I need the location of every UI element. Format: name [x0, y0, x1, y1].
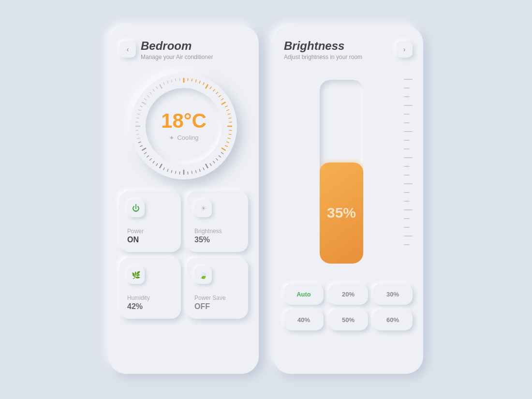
svg-line-48 [142, 148, 146, 150]
svg-line-13 [225, 105, 227, 107]
tick-12 [404, 175, 410, 176]
svg-line-63 [149, 92, 151, 94]
svg-line-21 [228, 138, 231, 139]
svg-line-47 [144, 152, 147, 153]
svg-line-32 [199, 169, 200, 172]
svg-line-10 [219, 95, 221, 97]
svg-line-56 [136, 118, 139, 118]
humidity-label: Humidity [127, 295, 150, 301]
tick-19 [404, 236, 413, 236]
preset-50[interactable]: 50% [328, 310, 368, 330]
svg-line-12 [222, 102, 226, 104]
svg-line-16 [229, 118, 232, 118]
preset-30[interactable]: 30% [373, 284, 413, 305]
svg-line-57 [137, 114, 140, 115]
preset-auto[interactable]: Auto [284, 284, 324, 305]
svg-line-31 [203, 167, 205, 170]
svg-line-44 [153, 161, 155, 163]
power-label: Power [127, 228, 144, 235]
tick-13 [404, 183, 413, 184]
humidity-value: 42% [127, 302, 143, 311]
svg-line-67 [163, 82, 165, 85]
slider-thumb[interactable]: 35% [320, 163, 363, 264]
svg-line-7 [210, 87, 211, 89]
preset-60[interactable]: 60% [373, 310, 413, 330]
svg-line-22 [226, 142, 229, 143]
svg-line-37 [179, 171, 180, 174]
mode-display: ✦ Cooling [169, 134, 198, 142]
right-panel-header: Brightness Adjust brightness in your roo… [284, 39, 413, 60]
svg-line-3 [195, 79, 196, 82]
svg-line-27 [216, 158, 218, 160]
svg-line-24 [222, 148, 226, 150]
svg-line-52 [136, 134, 139, 134]
svg-line-14 [226, 109, 229, 110]
brightness-card[interactable]: ☀ Brightness 35% [187, 191, 248, 252]
tick-11 [404, 166, 410, 167]
preset-40[interactable]: 40% [284, 310, 324, 330]
tick-2 [404, 88, 410, 89]
left-panel-header: ‹ Bedroom Manage your Air conditioner [119, 39, 248, 60]
powersave-value: OFF [194, 302, 210, 311]
page-title: Bedroom [141, 39, 248, 53]
tick-18 [404, 227, 410, 228]
brightness-icon-wrap: ☀ [194, 200, 212, 217]
tick-14 [404, 192, 410, 193]
svg-line-9 [216, 92, 218, 94]
tick-7 [404, 131, 413, 132]
page-subtitle: Manage your Air conditioner [141, 54, 248, 60]
power-value: ON [127, 236, 139, 244]
next-button[interactable]: › [396, 41, 413, 58]
svg-line-29 [210, 163, 211, 166]
svg-line-19 [229, 130, 232, 131]
svg-line-5 [203, 82, 205, 85]
dial-outer: // We'll do this with inline SVG path el… [131, 73, 237, 179]
svg-line-39 [171, 170, 172, 173]
svg-line-40 [167, 169, 168, 172]
tick-16 [404, 209, 413, 210]
preset-20[interactable]: 20% [328, 284, 368, 305]
svg-line-1 [188, 78, 188, 81]
power-card[interactable]: ⏻ Power ON [119, 191, 181, 252]
right-panel: Brightness Adjust brightness in your roo… [273, 26, 423, 374]
svg-line-50 [138, 142, 141, 143]
powersave-card[interactable]: 🍃 Power Save OFF [187, 258, 248, 319]
humidity-card[interactable]: 🌿 Humidity 42% [119, 258, 181, 319]
svg-line-53 [135, 130, 138, 131]
svg-line-4 [199, 81, 200, 84]
svg-line-71 [179, 78, 180, 81]
humidity-icon: 🌿 [132, 271, 141, 280]
svg-line-20 [229, 134, 232, 134]
svg-line-35 [188, 171, 188, 174]
dial-inner: 18°C ✦ Cooling [146, 88, 222, 164]
svg-line-28 [213, 161, 215, 163]
left-title-block: Bedroom Manage your Air conditioner [141, 39, 248, 60]
slider-track-wrap: 35% [284, 70, 399, 273]
prev-button[interactable]: ‹ [119, 41, 136, 58]
svg-line-2 [192, 78, 192, 81]
svg-line-65 [156, 87, 158, 89]
control-grid: ⏻ Power ON ☀ Brightness 35% 🌿 Humidity 4… [119, 191, 248, 319]
svg-line-23 [225, 145, 227, 147]
brightness-label: Brightness [194, 228, 222, 235]
svg-line-8 [213, 89, 215, 91]
powersave-icon: 🍃 [199, 271, 208, 280]
svg-line-17 [229, 122, 232, 122]
tick-3 [404, 96, 410, 97]
svg-line-51 [137, 138, 140, 139]
svg-line-30 [206, 163, 208, 168]
slider-track[interactable]: 35% [320, 80, 363, 264]
brightness-slider-area: 35% [284, 70, 413, 273]
fan-icon: ✦ [169, 134, 175, 142]
svg-line-15 [228, 114, 231, 115]
slider-value: 35% [327, 205, 356, 221]
tick-10 [404, 157, 413, 158]
svg-line-38 [176, 171, 176, 174]
svg-line-55 [135, 122, 138, 122]
svg-line-33 [195, 170, 196, 173]
svg-line-6 [206, 84, 208, 89]
temperature-dial[interactable]: // We'll do this with inline SVG path el… [131, 73, 237, 179]
svg-line-45 [149, 158, 151, 160]
svg-line-42 [160, 163, 162, 168]
tick-9 [404, 148, 410, 149]
